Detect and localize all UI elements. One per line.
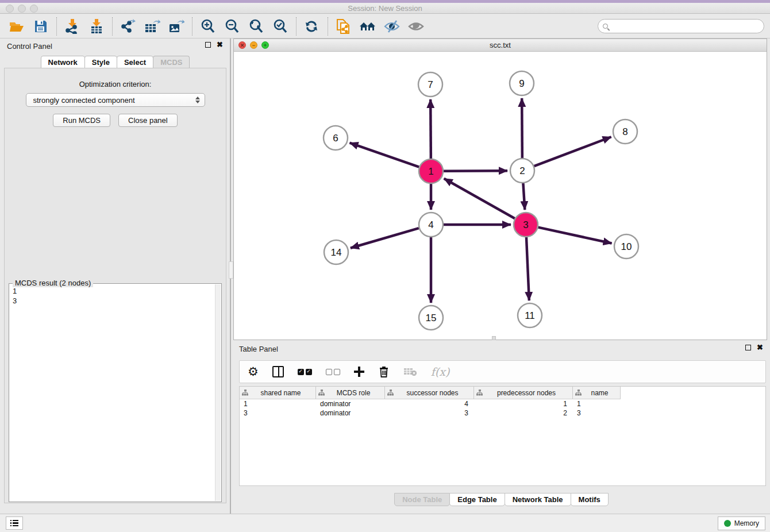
- export-network-icon[interactable]: [120, 18, 137, 35]
- memory-status-icon: [724, 520, 731, 527]
- function-builder-icon[interactable]: f(x): [431, 365, 450, 379]
- edge-3-1[interactable]: [444, 179, 515, 218]
- column-header-successor-nodes[interactable]: successor nodes: [385, 387, 474, 399]
- table-cell[interactable]: 1: [573, 399, 621, 408]
- run-mcds-button[interactable]: Run MCDS: [53, 114, 110, 127]
- open-session-icon[interactable]: [8, 18, 25, 35]
- tab-select[interactable]: Select: [117, 56, 153, 69]
- network-view-window: ✕ − + scc.txt 7968124314101511: [233, 38, 767, 340]
- tab-network[interactable]: Network: [41, 56, 85, 69]
- svg-text:10: 10: [621, 241, 632, 252]
- edge-3-11[interactable]: [526, 237, 529, 300]
- delete-table-icon[interactable]: [403, 365, 417, 379]
- table-cell[interactable]: 3: [573, 408, 621, 418]
- graph-node-3[interactable]: 3: [514, 213, 538, 237]
- close-panel-button[interactable]: Close panel: [118, 114, 178, 127]
- svg-text:11: 11: [525, 310, 535, 321]
- search-icon: [603, 24, 608, 29]
- table-cell[interactable]: 4: [385, 399, 474, 408]
- task-history-button[interactable]: [6, 516, 23, 530]
- hide-selected-icon[interactable]: [383, 18, 401, 35]
- edge-1-2[interactable]: [444, 171, 507, 171]
- import-table-icon[interactable]: [88, 18, 105, 35]
- column-header-predecessor-nodes[interactable]: predecessor nodes: [474, 387, 573, 399]
- svg-text:6: 6: [333, 133, 338, 144]
- add-row-icon[interactable]: [354, 365, 364, 379]
- edge-1-7[interactable]: [430, 99, 431, 159]
- global-search-box[interactable]: [598, 19, 764, 33]
- panel-splitter-handle[interactable]: [229, 261, 233, 279]
- table-cell[interactable]: dominator: [316, 399, 385, 408]
- table-cell[interactable]: 1: [240, 399, 316, 408]
- table-cell[interactable]: 3: [240, 408, 316, 418]
- tab-motifs[interactable]: Motifs: [571, 493, 609, 506]
- mcds-result-text[interactable]: 1 3: [10, 286, 214, 500]
- split-columns-icon[interactable]: [272, 365, 284, 379]
- graph-node-7[interactable]: 7: [418, 72, 442, 97]
- import-network-icon[interactable]: [64, 18, 81, 35]
- zoom-selected-icon[interactable]: [272, 18, 289, 35]
- graph-node-2[interactable]: 2: [510, 159, 534, 183]
- edge-2-3[interactable]: [523, 183, 525, 210]
- edge-2-9[interactable]: [522, 98, 522, 158]
- memory-button[interactable]: Memory: [718, 516, 765, 530]
- network-window-titlebar[interactable]: ✕ − + scc.txt: [234, 39, 767, 52]
- tab-mcds[interactable]: MCDS: [153, 56, 190, 69]
- close-panel-icon[interactable]: ✖: [217, 42, 223, 48]
- deselect-all-checkboxes-icon[interactable]: [326, 365, 340, 379]
- toolbar-separator: [296, 17, 297, 36]
- graph-node-9[interactable]: 9: [510, 71, 534, 95]
- tab-edge-table[interactable]: Edge Table: [449, 493, 505, 506]
- float-panel-icon[interactable]: [205, 42, 211, 48]
- float-table-panel-icon[interactable]: [745, 345, 751, 350]
- table-settings-icon[interactable]: ⚙: [248, 365, 259, 379]
- graph-node-14[interactable]: 14: [324, 240, 348, 264]
- select-all-checkboxes-icon[interactable]: [298, 365, 312, 379]
- status-bar: Memory: [0, 514, 770, 532]
- graph-node-11[interactable]: 11: [518, 303, 542, 327]
- table-cell[interactable]: 2: [474, 408, 573, 418]
- graph-node-1[interactable]: 1: [419, 159, 443, 183]
- table-cell[interactable]: dominator: [316, 408, 385, 418]
- delete-rows-icon[interactable]: [378, 365, 390, 379]
- graph-node-10[interactable]: 10: [614, 234, 638, 259]
- clone-network-icon[interactable]: [335, 18, 352, 35]
- export-image-icon[interactable]: [168, 18, 185, 35]
- table-cell[interactable]: 1: [474, 399, 573, 408]
- table-panel-title: Table Panel: [239, 345, 278, 353]
- toolbar-separator: [56, 17, 57, 36]
- table-row[interactable]: 3dominator323: [240, 408, 765, 418]
- network-canvas[interactable]: 7968124314101511: [234, 52, 767, 340]
- table-row[interactable]: 1dominator411: [240, 399, 765, 408]
- zoom-in-icon[interactable]: [199, 18, 217, 35]
- titlebar[interactable]: Session: New Session: [0, 3, 770, 14]
- home-icon[interactable]: [359, 18, 376, 35]
- table-cell[interactable]: 3: [385, 408, 474, 418]
- export-table-icon[interactable]: [144, 18, 161, 35]
- graph-node-8[interactable]: 8: [613, 119, 637, 144]
- result-scrollbar[interactable]: [215, 284, 221, 501]
- column-header-shared-name[interactable]: shared name: [240, 387, 316, 399]
- show-graphics-details-icon[interactable]: [407, 18, 425, 35]
- column-header-name[interactable]: name: [573, 387, 621, 399]
- zoom-out-icon[interactable]: [224, 18, 241, 35]
- window-title: Session: New Session: [0, 4, 770, 13]
- graph-node-15[interactable]: 15: [419, 306, 443, 330]
- graph-node-6[interactable]: 6: [324, 126, 348, 150]
- refresh-view-icon[interactable]: [303, 18, 321, 35]
- search-input[interactable]: [608, 21, 764, 32]
- tab-style[interactable]: Style: [84, 56, 117, 69]
- edge-2-8[interactable]: [534, 137, 611, 166]
- zoom-fit-icon[interactable]: [248, 18, 265, 35]
- tab-network-table[interactable]: Network Table: [505, 493, 571, 506]
- graph-node-4[interactable]: 4: [419, 213, 443, 237]
- column-header-MCDS-role[interactable]: MCDS role: [316, 387, 385, 399]
- edge-4-14[interactable]: [351, 228, 419, 248]
- edge-3-10[interactable]: [538, 228, 611, 244]
- frame-resize-handle[interactable]: [492, 336, 496, 340]
- edge-1-6[interactable]: [350, 143, 419, 167]
- criterion-select[interactable]: strongly connected component: [26, 93, 205, 107]
- close-table-panel-icon[interactable]: ✖: [757, 345, 763, 350]
- tab-node-table[interactable]: Node Table: [394, 493, 450, 506]
- save-session-icon[interactable]: [32, 18, 49, 35]
